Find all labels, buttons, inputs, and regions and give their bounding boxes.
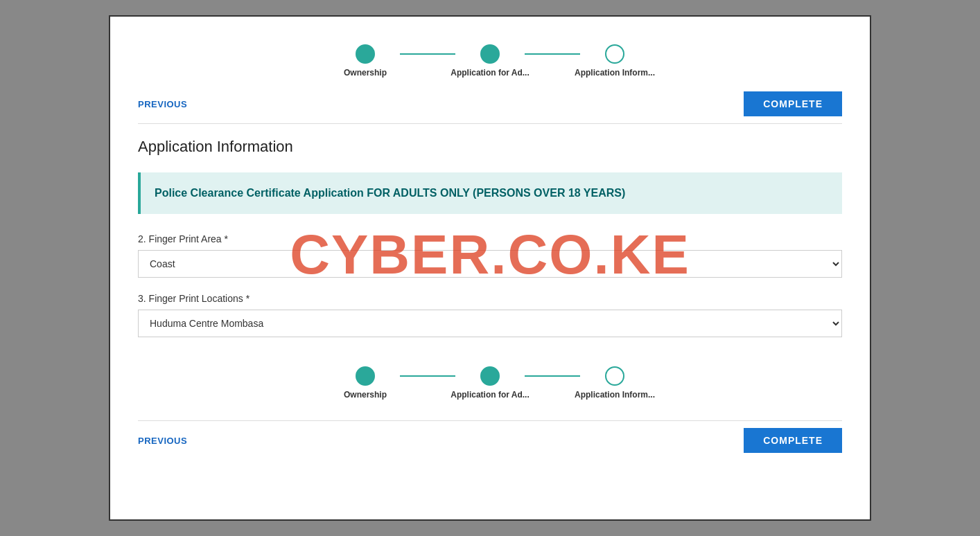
bottom-step-circle-1	[356, 366, 375, 386]
step-label-2: Application for Ad...	[450, 68, 530, 78]
bottom-complete-button[interactable]: COMPLETE	[744, 428, 842, 453]
step-label-3: Application Inform...	[575, 68, 655, 78]
info-box: Police Clearance Certificate Application…	[138, 172, 842, 214]
bottom-step-circle-3	[605, 366, 624, 386]
page-title: Application Information	[138, 138, 842, 156]
bottom-previous-button[interactable]: PREVIOUS	[138, 436, 187, 446]
bottom-step-label-1: Ownership	[344, 390, 387, 400]
finger-print-locations-field: 3. Finger Print Locations * Huduma Centr…	[138, 293, 842, 337]
step-ownership: Ownership	[331, 44, 400, 78]
step-line-2	[525, 53, 580, 55]
bottom-step-application-ad: Application for Ad...	[455, 366, 525, 400]
step-circle-3	[605, 44, 624, 64]
step-label-1: Ownership	[344, 68, 387, 78]
bottom-step-ownership: Ownership	[331, 366, 400, 400]
finger-print-locations-select[interactable]: Huduma Centre Mombasa Mombasa Police Sta…	[138, 310, 842, 337]
step-application-ad: Application for Ad...	[455, 44, 525, 78]
bottom-step-label-3: Application Inform...	[575, 390, 655, 400]
top-nav-row: PREVIOUS COMPLETE	[138, 84, 842, 124]
finger-print-area-select[interactable]: Coast Nairobi Rift Valley Central Easter…	[138, 250, 842, 278]
info-watermark-container: Police Clearance Certificate Application…	[138, 172, 842, 337]
step-application-info: Application Inform...	[580, 44, 649, 78]
bottom-step-line-1	[400, 375, 455, 377]
bottom-stepper: Ownership Application for Ad... Applicat…	[138, 352, 842, 407]
finger-print-area-label: 2. Finger Print Area *	[138, 233, 842, 244]
main-window: Ownership Application for Ad... Applicat…	[109, 15, 871, 521]
bottom-step-label-2: Application for Ad...	[450, 390, 530, 400]
top-complete-button[interactable]: COMPLETE	[744, 91, 842, 116]
top-previous-button[interactable]: PREVIOUS	[138, 99, 187, 109]
finger-print-area-field: 2. Finger Print Area * Coast Nairobi Rif…	[138, 233, 842, 278]
bottom-step-circle-2	[480, 366, 500, 386]
step-circle-2	[480, 44, 500, 64]
bottom-step-application-info: Application Inform...	[580, 366, 649, 400]
info-box-text: Police Clearance Certificate Application…	[155, 185, 828, 202]
step-circle-1	[356, 44, 375, 64]
bottom-nav-row: PREVIOUS COMPLETE	[138, 420, 842, 460]
top-stepper: Ownership Application for Ad... Applicat…	[138, 30, 842, 84]
step-line-1	[400, 53, 455, 55]
finger-print-locations-label: 3. Finger Print Locations *	[138, 293, 842, 304]
bottom-step-line-2	[525, 375, 580, 377]
